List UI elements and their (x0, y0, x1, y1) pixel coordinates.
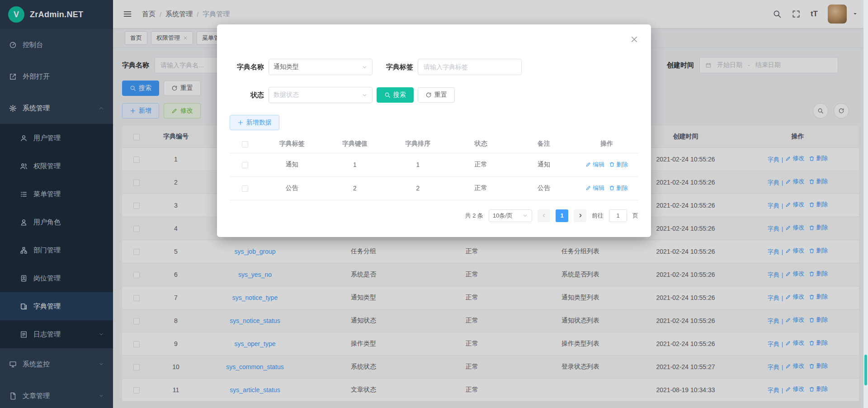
pencil-icon (585, 161, 591, 167)
goto-label: 前往 (592, 212, 604, 220)
prev-page-button[interactable] (538, 209, 550, 222)
trash-icon (609, 185, 615, 191)
pagination-total: 共 2 条 (465, 212, 483, 220)
status-select[interactable]: 数据状态 (269, 87, 373, 103)
dict-label-label: 字典标签 (382, 63, 413, 71)
col-actions: 操作 (576, 135, 638, 153)
select-all-header (230, 135, 260, 153)
page-size-select[interactable]: 10条/页 (489, 209, 532, 222)
dialog-search-button[interactable]: 搜索 (377, 87, 414, 103)
cell-select (230, 176, 260, 200)
scrollbar-thumb[interactable] (864, 355, 867, 385)
refresh-icon (425, 92, 432, 98)
dialog-body: 字典名称 通知类型 字典标签 状态 数据状态 搜索 重置 新增数据 字典 (217, 24, 651, 222)
col-dict-value: 字典键值 (323, 135, 386, 153)
col-remark: 备注 (512, 135, 575, 153)
dict-name-label: 字典名称 (230, 63, 264, 71)
dict-data-row: 通知11正常通知编辑删除 (230, 153, 638, 176)
dict-name-select[interactable]: 通知类型 (269, 59, 373, 75)
cell-select (230, 153, 260, 176)
col-dict-label: 字典标签 (260, 135, 323, 153)
page-size-value: 10条/页 (493, 212, 513, 220)
search-icon (384, 92, 391, 98)
delete-link[interactable]: 删除 (609, 161, 628, 169)
col-dict-sort: 字典排序 (387, 135, 449, 153)
add-data-button[interactable]: 新增数据 (230, 115, 279, 130)
goto-unit: 页 (632, 212, 638, 220)
status-label: 状态 (230, 91, 264, 100)
dict-data-table: 字典标签 字典键值 字典排序 状态 备注 操作 通知11正常通知编辑删除 公告2… (230, 135, 638, 200)
cell-dict-value: 1 (323, 153, 386, 176)
goto-page-input[interactable] (609, 209, 627, 222)
next-page-button[interactable] (574, 209, 586, 222)
edit-link[interactable]: 编辑 (585, 184, 604, 192)
cell-dict-value: 2 (323, 176, 386, 200)
dialog-pagination: 共 2 条 10条/页 1 前往 页 (230, 209, 638, 222)
dialog-reset-label: 重置 (434, 91, 447, 99)
cell-dict-label: 公告 (260, 176, 323, 200)
dialog-filter-row-2: 状态 数据状态 搜索 重置 (230, 87, 638, 103)
col-status: 状态 (449, 135, 512, 153)
row-checkbox[interactable] (242, 162, 248, 168)
dialog-table-header-row: 字典标签 字典键值 字典排序 状态 备注 操作 (230, 135, 638, 153)
cell-status: 正常 (449, 153, 512, 176)
cell-dict-label: 通知 (260, 153, 323, 176)
chevron-down-icon (362, 64, 368, 70)
page-scrollbar (863, 0, 868, 408)
cell-actions: 编辑删除 (576, 176, 638, 200)
edit-link[interactable]: 编辑 (585, 161, 604, 169)
pencil-icon (585, 185, 591, 191)
status-select-placeholder: 数据状态 (274, 91, 299, 99)
row-checkbox[interactable] (242, 185, 248, 192)
dialog-reset-button[interactable]: 重置 (418, 87, 455, 103)
cell-actions: 编辑删除 (576, 153, 638, 176)
dialog-search-label: 搜索 (393, 91, 406, 99)
delete-link[interactable]: 删除 (609, 184, 628, 192)
cell-remark: 公告 (512, 176, 575, 200)
select-all-checkbox[interactable] (242, 141, 248, 147)
dialog-filter-row-1: 字典名称 通知类型 字典标签 (230, 59, 638, 75)
dict-name-select-value: 通知类型 (274, 63, 299, 71)
dict-data-row: 公告22正常公告编辑删除 (230, 176, 638, 200)
dict-data-dialog: 字典名称 通知类型 字典标签 状态 数据状态 搜索 重置 新增数据 字典 (217, 24, 651, 237)
close-icon[interactable] (630, 35, 638, 43)
cell-status: 正常 (449, 176, 512, 200)
cell-dict-sort: 2 (387, 176, 449, 200)
chevron-down-icon (522, 213, 528, 218)
chevron-left-icon (541, 213, 547, 218)
add-data-label: 新增数据 (246, 119, 272, 127)
chevron-right-icon (577, 213, 583, 218)
trash-icon (609, 161, 615, 167)
dict-label-input[interactable] (418, 59, 522, 75)
plus-icon (237, 119, 244, 126)
cell-dict-sort: 1 (387, 153, 449, 176)
cell-remark: 通知 (512, 153, 575, 176)
chevron-down-icon (362, 92, 368, 98)
page-number-button[interactable]: 1 (556, 209, 568, 222)
